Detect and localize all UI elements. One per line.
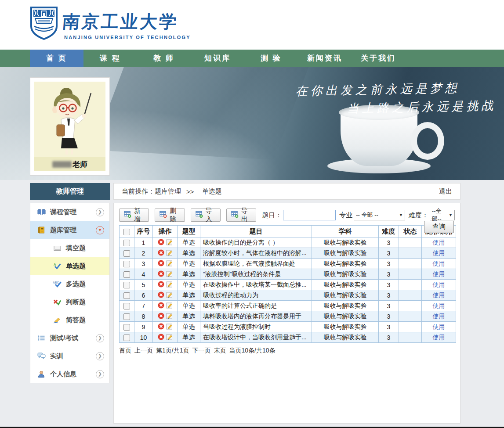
- delete-row-icon[interactable]: [158, 281, 164, 288]
- sidebar-subitem-multi-choice[interactable]: ABC多选题: [30, 275, 109, 293]
- row-type: 单选: [178, 280, 200, 290]
- nav-item-news[interactable]: 新闻资讯: [298, 50, 352, 67]
- row-checkbox[interactable]: [123, 250, 130, 257]
- chat-icon: [36, 352, 46, 360]
- row-checkbox[interactable]: [123, 324, 130, 331]
- use-link[interactable]: 使用: [433, 302, 445, 309]
- delete-row-icon[interactable]: [158, 249, 164, 256]
- use-link[interactable]: 使用: [433, 249, 445, 256]
- delete-row-icon[interactable]: [158, 302, 164, 309]
- row-checkbox[interactable]: [123, 282, 130, 288]
- delete-row-icon[interactable]: [158, 323, 164, 330]
- nav-item-test[interactable]: 测 验: [244, 50, 298, 67]
- row-select-cell: [120, 269, 134, 280]
- edit-row-icon[interactable]: [166, 260, 173, 266]
- sidebar-subitem-single-choice[interactable]: A单选题: [30, 257, 109, 275]
- select-all-checkbox[interactable]: [123, 229, 130, 235]
- major-select[interactable]: -- 全部 -- ▼: [354, 210, 405, 220]
- edit-row-icon[interactable]: [166, 249, 173, 256]
- use-link[interactable]: 使用: [433, 334, 445, 341]
- sidebar-subitem-short-answer[interactable]: 简答题: [30, 311, 109, 329]
- sidebar-item-course-mgmt[interactable]: 课程管理❯: [30, 203, 109, 221]
- row-ops: [153, 332, 178, 343]
- use-link[interactable]: 使用: [433, 313, 445, 320]
- delete-row-icon[interactable]: [158, 270, 164, 277]
- edit-row-icon[interactable]: [166, 302, 173, 309]
- pagination-link[interactable]: 首页: [119, 347, 131, 354]
- row-checkbox[interactable]: [123, 240, 130, 246]
- table-add-icon: [124, 211, 131, 219]
- breadcrumb-separator: >>: [186, 188, 194, 195]
- row-title: 在吸收塔设计中，当吸收剂用量趋于...: [200, 332, 312, 343]
- difficulty-select[interactable]: --全部-- ▼: [430, 210, 455, 220]
- edit-row-icon[interactable]: [166, 270, 173, 277]
- slogan-line2: 当上路之后永远是挑战: [296, 97, 497, 118]
- use-link[interactable]: 使用: [433, 270, 445, 277]
- table-add-icon: [196, 211, 203, 219]
- edit-row-icon[interactable]: [166, 239, 173, 245]
- row-status: [399, 269, 422, 280]
- edit-row-icon[interactable]: [166, 323, 173, 330]
- sidebar-item-question-bank-mgmt[interactable]: 题库管理▾: [30, 221, 109, 239]
- sidebar-subitem-judgement[interactable]: 判断题: [30, 293, 109, 311]
- logout-link[interactable]: 退出: [439, 187, 452, 196]
- delete-row-icon[interactable]: [158, 239, 164, 245]
- sidebar-subitem-fill-blank[interactable]: 填空题: [30, 239, 109, 257]
- button-label: 新增: [134, 207, 144, 223]
- delete-button[interactable]: 删除: [155, 209, 185, 222]
- row-checkbox[interactable]: [123, 303, 130, 309]
- sidebar-subitem-label: 填空题: [66, 244, 104, 252]
- chevron-down-icon: ▾: [96, 226, 104, 234]
- row-subject: 吸收与解吸实验: [312, 248, 379, 259]
- nav-item-teacher[interactable]: 教 师: [137, 50, 191, 67]
- delete-row-icon[interactable]: [158, 334, 164, 340]
- sidebar-item-profile[interactable]: 个人信息❯: [30, 365, 109, 383]
- edit-row-icon[interactable]: [166, 291, 173, 298]
- row-subject: 吸收与解吸实验: [312, 280, 379, 290]
- row-checkbox[interactable]: [123, 334, 130, 341]
- row-checkbox[interactable]: [123, 271, 130, 278]
- row-ops: [153, 322, 178, 332]
- nav-item-course[interactable]: 课 程: [83, 50, 137, 67]
- row-title: 当吸收过程为液膜控制时: [200, 322, 312, 332]
- nav-item-about[interactable]: 关于我们: [352, 50, 405, 67]
- table-row: 9单选当吸收过程为液膜控制时吸收与解吸实验3使用: [120, 322, 456, 332]
- edit-row-icon[interactable]: [166, 281, 173, 288]
- delete-row-icon[interactable]: [158, 313, 164, 319]
- button-label: 删除: [170, 207, 180, 223]
- search-button[interactable]: 查询: [424, 221, 454, 233]
- title-filter-input[interactable]: [283, 210, 336, 220]
- add-button[interactable]: 新增: [119, 209, 149, 222]
- list-icon: [36, 335, 46, 341]
- row-title: 吸收操作的目的是分离（ ）: [200, 237, 312, 248]
- nav-item-home[interactable]: 首 页: [30, 50, 83, 67]
- nav-item-knowledge[interactable]: 知识库: [191, 50, 244, 67]
- row-checkbox[interactable]: [123, 292, 130, 299]
- pagination-link[interactable]: 末页: [214, 347, 226, 354]
- use-link[interactable]: 使用: [433, 239, 445, 246]
- use-link[interactable]: 使用: [433, 291, 445, 299]
- row-no: 8: [134, 311, 153, 322]
- row-title: 溶解度较小时，气体在液相中的溶解...: [200, 248, 312, 259]
- breadcrumb-section[interactable]: 题库管理: [155, 187, 181, 196]
- row-select-cell: [120, 332, 134, 343]
- row-checkbox[interactable]: [123, 261, 130, 267]
- edit-row-icon[interactable]: [166, 334, 173, 340]
- sidebar-item-test-exam[interactable]: 测试/考试❯: [30, 329, 109, 347]
- use-link[interactable]: 使用: [433, 323, 445, 330]
- delete-row-icon[interactable]: [158, 291, 164, 298]
- use-link[interactable]: 使用: [433, 260, 445, 267]
- delete-row-icon[interactable]: [158, 260, 164, 266]
- sidebar-item-practice[interactable]: 实训❯: [30, 347, 109, 365]
- row-select-cell: [120, 259, 134, 269]
- use-link[interactable]: 使用: [433, 281, 445, 288]
- import-button[interactable]: 导入: [191, 209, 221, 222]
- edit-row-icon[interactable]: [166, 313, 173, 319]
- export-button[interactable]: 导出: [226, 209, 256, 222]
- sidebar-item-label: 题库管理: [50, 226, 96, 234]
- row-checkbox[interactable]: [123, 313, 130, 320]
- row-ops: [153, 290, 178, 301]
- pagination-link[interactable]: 下一页: [192, 347, 210, 354]
- pagination-link[interactable]: 上一页: [134, 347, 153, 354]
- table-row: 1单选吸收操作的目的是分离（ ）吸收与解吸实验3使用: [120, 237, 456, 248]
